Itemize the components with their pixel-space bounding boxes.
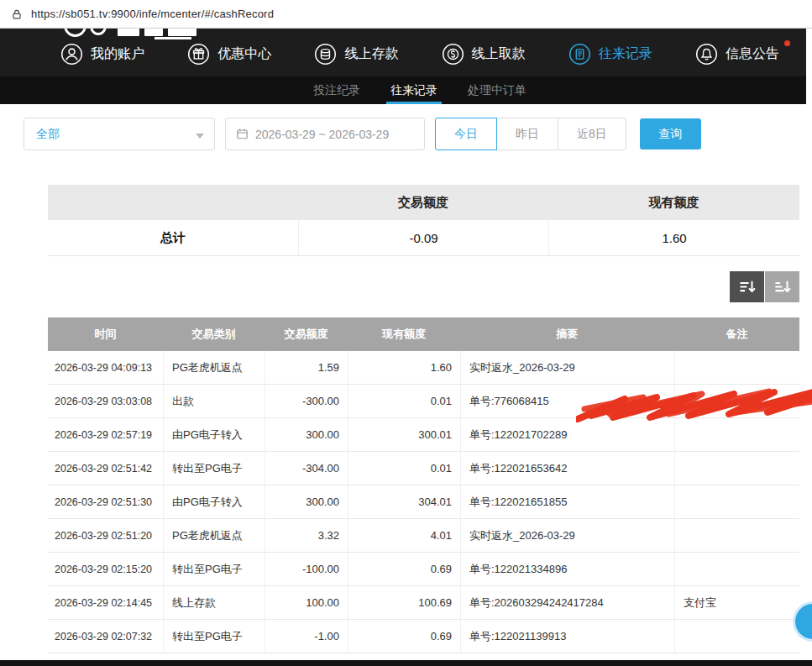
cell-time: 2026-03-29 02:07:32 [48, 620, 163, 653]
table-header-cell: 摘要 [460, 317, 674, 351]
table-row: 2026-03-29 03:03:08出款-300.000.01单号:77606… [48, 385, 799, 418]
cell-balance: 0.69 [348, 553, 460, 585]
summary-header-empty [48, 185, 298, 220]
cell-balance: 304.01 [348, 485, 460, 518]
summary-transaction-total: -0.09 [298, 220, 548, 255]
nav-item-records[interactable]: 往来记录 [568, 43, 652, 66]
records-table-header: 时间交易类别交易额度现有额度摘要备注 [48, 317, 799, 351]
sub-nav: 投注纪录往来记录处理中订单 [0, 76, 806, 104]
date-range-input[interactable]: 2026-03-29 ~ 2026-03-29 [225, 118, 425, 150]
cell-type: 转出至PG电子 [163, 620, 265, 653]
sort-ascending-button[interactable] [765, 271, 799, 302]
cell-summary: 单号:122021653642 [460, 452, 674, 485]
cell-remark [674, 620, 799, 653]
cell-summary: 实时返水_2026-03-29 [460, 519, 674, 552]
cell-amount: 1.59 [265, 351, 348, 384]
cell-balance: 0.01 [348, 385, 460, 417]
bell-icon [695, 43, 718, 66]
logo-shape [64, 29, 86, 37]
cell-remark [674, 452, 799, 485]
lock-icon [11, 8, 23, 20]
table-header-cell: 交易类别 [163, 317, 265, 351]
cell-balance: 1.60 [348, 351, 460, 384]
cell-balance: 300.01 [348, 418, 460, 451]
table-header-cell: 备注 [674, 317, 799, 351]
summary-total-label: 总计 [48, 220, 298, 255]
logo-shape [155, 37, 191, 39]
logo-shape [168, 29, 196, 36]
table-row: 2026-03-29 02:51:20PG老虎机返点3.324.01实时返水_2… [48, 519, 799, 553]
bottom-bar [0, 660, 812, 666]
cell-balance: 4.01 [348, 519, 460, 552]
site-logo[interactable] [64, 29, 223, 40]
nav-label: 我的账户 [91, 45, 144, 63]
calendar-icon [236, 128, 249, 140]
cell-type: 由PG电子转入 [163, 485, 265, 518]
cell-amount: 3.32 [265, 519, 348, 552]
table-row: 2026-03-29 02:07:32转出至PG电子-1.000.69单号:12… [48, 620, 799, 653]
cell-summary: 实时返水_2026-03-29 [460, 351, 674, 384]
notification-dot [784, 40, 790, 46]
table-header-cell: 现有额度 [348, 317, 460, 351]
nav-label: 信息公告 [726, 45, 779, 63]
tab-cash-records[interactable]: 往来记录 [390, 76, 437, 104]
cell-amount: -300.00 [265, 385, 348, 417]
yesterday-button[interactable]: 昨日 [496, 118, 558, 150]
summary-header-balance: 现有额度 [548, 185, 799, 220]
type-select-value: 全部 [36, 127, 60, 142]
cell-amount: -304.00 [265, 452, 348, 485]
cell-amount: 300.00 [265, 418, 348, 451]
cell-time: 2026-03-29 03:03:08 [48, 385, 163, 417]
cell-type: 线上存款 [163, 586, 265, 619]
cell-amount: 300.00 [265, 485, 348, 518]
today-button[interactable]: 今日 [435, 118, 497, 150]
url-text[interactable]: https://sb051.tv:9900/infe/mcenter/#/cas… [31, 8, 274, 20]
cell-summary: 单号:122021651855 [460, 485, 674, 518]
cell-amount: -100.00 [265, 553, 348, 585]
sort-controls [48, 271, 799, 302]
nav-item-withdraw[interactable]: 线上取款 [442, 43, 526, 66]
date-range-value: 2026-03-29 ~ 2026-03-29 [255, 128, 389, 141]
cell-time: 2026-03-29 02:57:19 [48, 418, 163, 451]
cell-remark [674, 519, 799, 552]
table-row: 2026-03-29 02:57:19由PG电子转入300.00300.01单号… [48, 418, 799, 452]
table-row: 2026-03-29 02:15:20转出至PG电子-100.000.69单号:… [48, 553, 799, 586]
site-header: 我的账户优惠中心线上存款线上取款往来记录信息公告 [0, 29, 806, 76]
nav-label: 优惠中心 [217, 45, 271, 63]
cell-summary: 单号:122021334896 [460, 553, 674, 585]
cell-time: 2026-03-29 02:51:42 [48, 452, 163, 485]
user-icon [60, 43, 83, 66]
nav-item-notice[interactable]: 信息公告 [695, 43, 779, 66]
cell-type: 由PG电子转入 [163, 418, 265, 451]
withdraw-coin-icon [442, 43, 464, 66]
cell-time: 2026-03-29 04:09:13 [48, 351, 163, 384]
records-table: 时间交易类别交易额度现有额度摘要备注 2026-03-29 04:09:13PG… [48, 317, 799, 653]
quick-range-group: 今日昨日近8日 [435, 118, 626, 150]
type-select[interactable]: 全部 [24, 118, 215, 150]
cell-summary: 单号:776068415 [460, 385, 674, 417]
tab-pending-orders[interactable]: 处理中订单 [468, 76, 526, 104]
query-button[interactable]: 查询 [640, 118, 701, 149]
summary-header-transaction: 交易额度 [298, 185, 548, 220]
cell-type: PG老虎机返点 [163, 351, 265, 384]
cell-summary: 单号:122021702289 [460, 418, 674, 451]
cell-time: 2026-03-29 02:51:30 [48, 485, 163, 518]
sort-descending-button[interactable] [730, 271, 764, 302]
nav-item-promotions[interactable]: 优惠中心 [187, 43, 271, 66]
cell-remark [674, 351, 799, 384]
deposit-coins-icon [314, 43, 337, 66]
nav-item-account[interactable]: 我的账户 [60, 43, 144, 66]
summary-total-row: 总计 -0.09 1.60 [48, 220, 799, 256]
summary-balance-total: 1.60 [548, 220, 799, 255]
cell-type: PG老虎机返点 [163, 519, 265, 552]
table-row: 2026-03-29 02:51:30由PG电子转入300.00304.01单号… [48, 485, 799, 519]
nav-item-deposit[interactable]: 线上存款 [314, 43, 398, 66]
tab-bet-records[interactable]: 投注纪录 [313, 76, 360, 104]
last8days-button[interactable]: 近8日 [558, 118, 626, 150]
cell-summary: 单号:202603294242417284 [460, 586, 674, 619]
cell-type: 转出至PG电子 [163, 452, 265, 485]
cell-type: 转出至PG电子 [163, 553, 265, 585]
cell-time: 2026-03-29 02:15:20 [48, 553, 163, 585]
table-header-cell: 时间 [48, 317, 163, 351]
browser-address-bar[interactable]: https://sb051.tv:9900/infe/mcenter/#/cas… [0, 0, 812, 29]
